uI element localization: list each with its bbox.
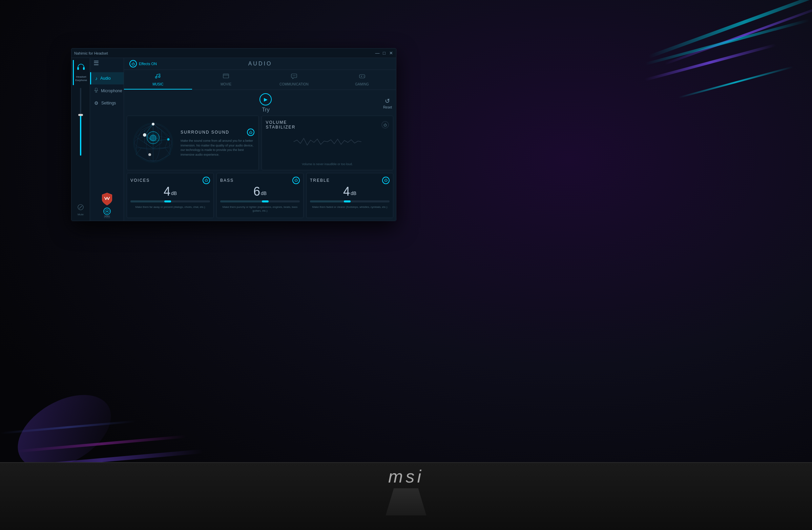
- voices-value: 4 dB: [164, 185, 177, 198]
- volume-slider-container: [80, 86, 81, 200]
- treble-power-button[interactable]: ⏻: [382, 177, 390, 184]
- minimize-button[interactable]: —: [375, 51, 380, 56]
- sidebar-item-audio[interactable]: ♪ Audio: [90, 72, 124, 84]
- window-controls: — □ ✕: [375, 51, 393, 56]
- nav-panel: ☰ ♪ Audio Microphone ⚙: [90, 58, 124, 221]
- panel-title: AUDIO: [248, 61, 272, 67]
- audio-tabs: MUSIC MOVIE: [124, 70, 396, 90]
- bg-decoration: [678, 66, 793, 98]
- surround-info: SURROUND SOUND ⏻ Make the sound come fro…: [180, 128, 255, 157]
- svg-rect-0: [77, 67, 79, 70]
- mute-button[interactable]: Mute: [76, 201, 85, 219]
- sphere-visualization: [131, 121, 175, 165]
- gaming-tab-icon: [359, 72, 365, 81]
- volume-thumb[interactable]: [78, 114, 83, 116]
- reset-label: Reset: [383, 106, 392, 109]
- svg-point-20: [294, 75, 294, 76]
- tab-gaming[interactable]: GAMING: [328, 70, 396, 89]
- microphone-icon: [94, 88, 98, 94]
- monitor-stand: [386, 488, 426, 515]
- volume-title: VOLUME STABILIZER: [266, 120, 296, 129]
- volume-track[interactable]: [80, 88, 81, 156]
- treble-value: 4 dB: [343, 185, 357, 198]
- nahimic-logo: nahimic for Headset: [100, 207, 114, 218]
- close-button[interactable]: ✕: [389, 51, 393, 56]
- settings-nav-label: Settings: [101, 101, 116, 106]
- bg-decoration: [648, 0, 812, 58]
- title-bar: Nahimic for Headset — □ ✕: [72, 48, 396, 58]
- surround-description: Make the sound come from all around you …: [180, 139, 255, 157]
- msi-logo: [100, 192, 114, 206]
- svg-text:for Headset: for Headset: [104, 217, 110, 218]
- hamburger-button[interactable]: ☰: [90, 58, 124, 68]
- headset-icon: [76, 63, 86, 74]
- tab-music[interactable]: MUSIC: [124, 70, 192, 89]
- effects-toggle[interactable]: ⏻ Effects ON: [129, 60, 157, 68]
- treble-slider-thumb: [344, 200, 351, 203]
- volume-description: Volume is never inaudible or too loud.: [266, 163, 389, 166]
- svg-line-3: [79, 206, 82, 209]
- device-panel: HeadsetEarphone Mute: [72, 58, 90, 221]
- mute-icon: [77, 204, 84, 212]
- svg-point-26: [363, 76, 364, 77]
- microphone-nav-label: Microphone: [101, 88, 122, 93]
- mute-label: Mute: [77, 213, 84, 216]
- voices-slider[interactable]: [130, 200, 210, 203]
- monitor-base: msi: [0, 462, 812, 530]
- audio-icon: ♪: [95, 75, 98, 81]
- movie-tab-label: MOVIE: [220, 82, 231, 86]
- svg-point-21: [295, 75, 295, 76]
- treble-card: TREBLE ⏻ 4 dB: [306, 173, 393, 218]
- volume-power-button[interactable]: ⏻: [381, 121, 389, 128]
- eq-cards-row: VOICES ⏻ 4 dB: [127, 173, 393, 218]
- sidebar-item-settings[interactable]: ⚙ Settings: [90, 97, 124, 109]
- bass-slider[interactable]: [220, 200, 300, 203]
- bass-value: 6 dB: [253, 185, 266, 198]
- maximize-button[interactable]: □: [382, 51, 387, 56]
- try-button[interactable]: ▶ Try: [260, 93, 272, 113]
- svg-point-34: [148, 153, 151, 156]
- treble-title: TREBLE: [310, 178, 330, 183]
- voices-header: VOICES ⏻: [130, 177, 210, 184]
- svg-point-9: [106, 211, 108, 212]
- cards-container: SURROUND SOUND ⏻ Make the sound come fro…: [127, 116, 393, 218]
- reset-button[interactable]: ↺ Reset: [383, 97, 392, 109]
- surround-power-button[interactable]: ⏻: [247, 128, 255, 136]
- communication-tab-icon: [291, 72, 298, 81]
- bass-title: BASS: [220, 178, 234, 183]
- svg-rect-1: [83, 67, 85, 70]
- svg-point-19: [293, 75, 293, 76]
- sidebar-item-microphone[interactable]: Microphone: [90, 84, 124, 97]
- svg-rect-4: [95, 88, 97, 91]
- main-panel: ⏻ Effects ON AUDIO MUSIC: [124, 58, 396, 221]
- voices-unit: dB: [171, 191, 177, 196]
- voices-title: VOICES: [130, 178, 150, 183]
- voices-slider-fill: [130, 200, 170, 203]
- device-selector[interactable]: HeadsetEarphone: [73, 60, 88, 85]
- top-controls: ▶ Try ↺ Reset: [127, 93, 393, 114]
- tab-communication[interactable]: COMMUNICATION: [260, 70, 328, 89]
- voices-slider-thumb: [164, 200, 171, 203]
- bass-description: Make them punchy or lighter (explosions,…: [220, 205, 300, 213]
- treble-unit: dB: [351, 191, 357, 196]
- bass-slider-thumb: [262, 200, 269, 203]
- communication-tab-label: COMMUNICATION: [279, 82, 309, 86]
- bass-slider-fill: [220, 200, 268, 203]
- effects-power-icon: ⏻: [129, 60, 137, 68]
- tab-movie[interactable]: MOVIE: [192, 70, 260, 89]
- treble-slider[interactable]: [310, 200, 390, 203]
- bass-header: BASS ⏻: [220, 177, 300, 184]
- reset-icon: ↺: [385, 97, 390, 105]
- try-label: Try: [262, 107, 270, 113]
- surround-title: SURROUND SOUND: [180, 130, 229, 135]
- gaming-tab-label: GAMING: [355, 82, 369, 86]
- treble-description: Make them faded or clearer (footsteps, w…: [312, 205, 388, 209]
- surround-header: SURROUND SOUND ⏻: [180, 128, 255, 136]
- waveform-display: [266, 135, 389, 149]
- bass-unit: dB: [261, 191, 266, 196]
- bass-power-button[interactable]: ⏻: [292, 177, 300, 184]
- device-label: HeadsetEarphone: [75, 75, 87, 82]
- panel-header: ⏻ Effects ON AUDIO: [124, 58, 396, 70]
- volume-header: VOLUME STABILIZER ⏻: [266, 120, 389, 129]
- voices-power-button[interactable]: ⏻: [203, 177, 210, 184]
